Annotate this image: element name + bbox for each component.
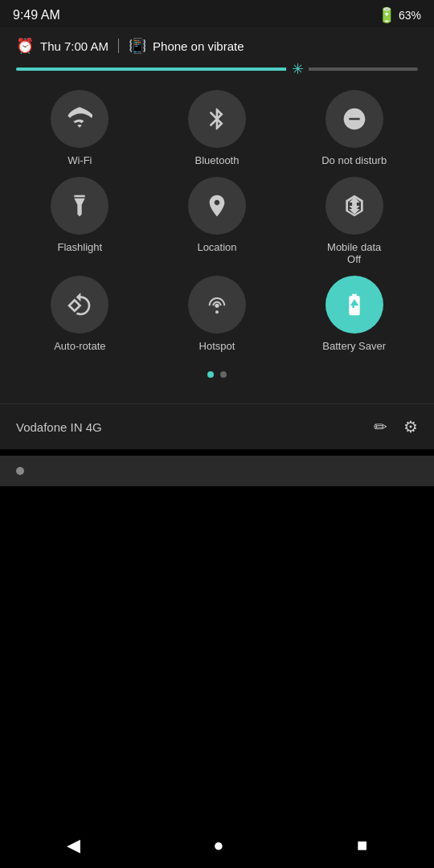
tile-wifi[interactable]: Wi-Fi — [16, 90, 144, 167]
page-dots — [16, 365, 418, 391]
wifi-circle — [51, 90, 108, 148]
batterysaver-circle — [326, 276, 383, 334]
settings-icon[interactable]: ⚙ — [403, 417, 418, 436]
quick-settings-panel: ⏰ Thu 7:00 AM 📳 Phone on vibrate ✳ Wi-Fi — [0, 27, 434, 403]
brightness-slider[interactable]: ✳ — [16, 68, 418, 71]
recents-button[interactable]: ■ — [357, 835, 367, 856]
brightness-sun-icon: ✳ — [292, 60, 304, 78]
tile-mobiledata[interactable]: Mobile dataOff — [290, 177, 418, 266]
brightness-row[interactable]: ✳ — [16, 63, 418, 84]
tile-flashlight[interactable]: Flashlight — [16, 177, 144, 266]
svg-point-0 — [215, 310, 219, 313]
mobiledata-circle — [326, 177, 383, 235]
tile-autorotate[interactable]: Auto-rotate — [16, 276, 144, 353]
autorotate-circle — [51, 276, 108, 334]
tile-location[interactable]: Location — [154, 177, 281, 266]
wifi-label: Wi-Fi — [68, 154, 92, 167]
alarm-icon: ⏰ — [16, 37, 34, 55]
status-right: 🔋 63% — [378, 6, 421, 24]
batterysaver-icon — [342, 292, 367, 317]
autorotate-label: Auto-rotate — [54, 340, 105, 353]
hotspot-circle — [188, 276, 246, 334]
status-bar: 9:49 AM 🔋 63% — [0, 0, 434, 27]
dot-1[interactable] — [207, 371, 214, 378]
footer: Vodafone IN 4G ✏ ⚙ — [0, 403, 434, 449]
hotspot-icon — [204, 292, 230, 317]
home-button[interactable]: ● — [213, 835, 223, 856]
battery-percent: 63% — [399, 9, 421, 22]
bluetooth-circle — [188, 90, 246, 148]
dnd-label: Do not disturb — [321, 154, 387, 167]
battery-icon: 🔋 — [378, 6, 395, 24]
nav-bar: ◀ ● ■ — [0, 823, 434, 868]
edit-icon[interactable]: ✏ — [374, 417, 387, 436]
batterysaver-label: Battery Saver — [322, 340, 386, 353]
back-button[interactable]: ◀ — [67, 835, 80, 856]
tile-hotspot[interactable]: Hotspot — [154, 276, 281, 353]
wifi-icon — [67, 106, 92, 132]
bluetooth-icon — [204, 106, 230, 132]
vibrate-text: Phone on vibrate — [153, 39, 244, 53]
mobiledata-icon — [342, 193, 367, 219]
notification-area — [0, 456, 434, 486]
bluetooth-label: Bluetooth — [195, 154, 240, 167]
tile-batterysaver[interactable]: Battery Saver — [290, 276, 418, 353]
dnd-circle — [326, 90, 383, 148]
brightness-thumb: ✳ — [286, 58, 309, 80]
status-time: 9:49 AM — [13, 8, 60, 23]
brightness-fill — [16, 68, 297, 71]
tiles-grid: Wi-Fi Bluetooth Do not disturb — [16, 84, 418, 365]
vibrate-icon: 📳 — [129, 37, 146, 55]
flashlight-circle — [51, 177, 108, 235]
brightness-track: ✳ — [16, 68, 418, 71]
footer-icons: ✏ ⚙ — [374, 417, 418, 436]
location-label: Location — [197, 241, 236, 254]
carrier-text: Vodafone IN 4G — [16, 420, 102, 434]
notif-dot — [16, 467, 24, 475]
tile-dnd[interactable]: Do not disturb — [290, 90, 418, 167]
tile-bluetooth[interactable]: Bluetooth — [154, 90, 281, 167]
mobiledata-label: Mobile dataOff — [327, 241, 381, 266]
info-row: ⏰ Thu 7:00 AM 📳 Phone on vibrate — [16, 27, 418, 63]
location-circle — [188, 177, 246, 235]
divider — [118, 39, 119, 53]
hotspot-label: Hotspot — [199, 340, 235, 353]
alarm-text: Thu 7:00 AM — [40, 39, 108, 53]
flashlight-icon — [67, 193, 92, 219]
dnd-icon — [342, 106, 367, 132]
flashlight-label: Flashlight — [58, 241, 103, 254]
autorotate-icon — [67, 292, 92, 317]
location-icon — [204, 193, 230, 219]
dot-2[interactable] — [220, 371, 227, 378]
